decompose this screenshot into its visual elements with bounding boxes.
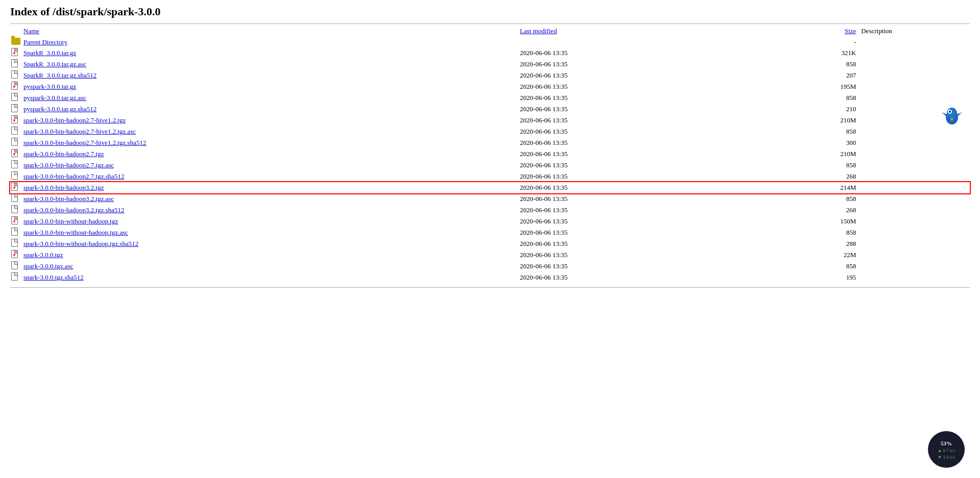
file-name-cell[interactable]: spark-3.0.0-bin-hadoop2.7-hive1.2.tgz.as… bbox=[22, 126, 519, 137]
file-link[interactable]: spark-3.0.0-bin-hadoop2.7.tgz.sha512 bbox=[23, 172, 125, 180]
table-row: spark-3.0.0-bin-hadoop3.2.tgz.asc2020-06… bbox=[10, 193, 970, 205]
network-display: ▲ 0.7 k/s ▼ 3.8 k/s bbox=[937, 447, 955, 460]
text-file-icon bbox=[11, 160, 18, 168]
file-name-cell[interactable]: spark-3.0.0-bin-without-hadoop.tgz bbox=[22, 216, 519, 227]
parent-dir-row: Parent Directory - bbox=[10, 37, 970, 47]
file-link[interactable]: spark-3.0.0-bin-hadoop2.7-hive1.2.tgz bbox=[23, 116, 126, 124]
file-link[interactable]: pyspark-3.0.0.tar.gz.asc bbox=[23, 94, 86, 102]
text-file-icon bbox=[11, 171, 18, 180]
file-size-cell: 858 bbox=[767, 92, 860, 104]
file-name-cell[interactable]: spark-3.0.0-bin-hadoop2.7-hive1.2.tgz bbox=[22, 115, 519, 126]
cpu-percent: 53 bbox=[941, 440, 946, 446]
file-link[interactable]: spark-3.0.0-bin-hadoop3.2.tgz.sha512 bbox=[23, 206, 125, 214]
parent-dir-link[interactable]: Parent Directory bbox=[23, 38, 67, 46]
sort-size-link[interactable]: Size bbox=[845, 27, 856, 35]
file-size-cell: 195 bbox=[767, 272, 860, 283]
parent-dir-desc-cell bbox=[860, 37, 970, 47]
sort-name-link[interactable]: Name bbox=[23, 27, 39, 35]
file-icon-cell bbox=[10, 261, 22, 272]
file-link[interactable]: pyspark-3.0.0.tar.gz.sha512 bbox=[23, 105, 96, 113]
file-desc-cell bbox=[860, 227, 970, 238]
file-name-cell[interactable]: spark-3.0.0-bin-without-hadoop.tgz.sha51… bbox=[22, 238, 519, 249]
description-label: Description bbox=[861, 27, 892, 35]
file-name-cell[interactable]: pyspark-3.0.0.tar.gz.asc bbox=[22, 92, 519, 104]
file-icon-cell bbox=[10, 193, 22, 205]
file-size-cell: 207 bbox=[767, 70, 860, 81]
col-size-header[interactable]: Size bbox=[767, 26, 860, 37]
file-size-cell: 214M bbox=[767, 182, 860, 193]
file-desc-cell bbox=[860, 160, 970, 171]
file-link[interactable]: spark-3.0.0-bin-hadoop2.7.tgz.asc bbox=[23, 161, 114, 169]
folder-icon bbox=[11, 38, 20, 45]
file-size-cell: 210M bbox=[767, 148, 860, 160]
file-name-cell[interactable]: SparkR_3.0.0.tar.gz.sha512 bbox=[22, 70, 519, 81]
file-link[interactable]: SparkR_3.0.0.tar.gz.asc bbox=[23, 60, 86, 68]
file-name-cell[interactable]: spark-3.0.0-bin-hadoop2.7.tgz.sha512 bbox=[22, 171, 519, 182]
file-modified-cell: 2020-06-06 13:35 bbox=[519, 238, 767, 249]
file-name-cell[interactable]: pyspark-3.0.0.tar.gz.sha512 bbox=[22, 104, 519, 115]
file-size-cell: 858 bbox=[767, 126, 860, 137]
file-link[interactable]: spark-3.0.0.tgz bbox=[23, 251, 63, 259]
file-name-cell[interactable]: spark-3.0.0-bin-hadoop2.7.tgz bbox=[22, 148, 519, 160]
hr-top bbox=[10, 23, 970, 24]
file-desc-cell bbox=[860, 272, 970, 283]
file-link[interactable]: spark-3.0.0-bin-without-hadoop.tgz bbox=[23, 217, 118, 225]
file-name-cell[interactable]: spark-3.0.0-bin-without-hadoop.tgz.asc bbox=[22, 227, 519, 238]
file-name-cell[interactable]: spark-3.0.0-bin-hadoop2.7.tgz.asc bbox=[22, 160, 519, 171]
file-link[interactable]: spark-3.0.0-bin-without-hadoop.tgz.sha51… bbox=[23, 240, 138, 247]
file-name-cell[interactable]: SparkR_3.0.0.tar.gz bbox=[22, 47, 519, 59]
file-link[interactable]: spark-3.0.0-bin-hadoop3.2.tgz bbox=[23, 184, 104, 191]
parent-dir-name-cell[interactable]: Parent Directory bbox=[22, 37, 519, 47]
file-desc-cell bbox=[860, 47, 970, 59]
file-desc-cell bbox=[860, 171, 970, 182]
table-row: spark-3.0.0-bin-hadoop2.7-hive1.2.tgz.sh… bbox=[10, 137, 970, 148]
file-icon-cell bbox=[10, 182, 22, 193]
file-size-cell: 268 bbox=[767, 205, 860, 216]
file-icon-cell bbox=[10, 238, 22, 249]
file-name-cell[interactable]: spark-3.0.0.tgz.asc bbox=[22, 261, 519, 272]
file-size-cell: 210 bbox=[767, 104, 860, 115]
file-name-cell[interactable]: spark-3.0.0.tgz bbox=[22, 249, 519, 261]
file-link[interactable]: SparkR_3.0.0.tar.gz.sha512 bbox=[23, 71, 96, 79]
file-link[interactable]: pyspark-3.0.0.tar.gz bbox=[23, 83, 76, 90]
table-row: SparkR_3.0.0.tar.gz.sha5122020-06-06 13:… bbox=[10, 70, 970, 81]
file-name-cell[interactable]: spark-3.0.0.tgz.sha512 bbox=[22, 272, 519, 283]
parent-dir-modified-cell bbox=[519, 37, 767, 47]
file-link[interactable]: spark-3.0.0-bin-hadoop2.7.tgz bbox=[23, 150, 104, 158]
sort-modified-link[interactable]: Last modified bbox=[520, 27, 557, 35]
file-modified-cell: 2020-06-06 13:35 bbox=[519, 227, 767, 238]
svg-point-3 bbox=[949, 111, 951, 113]
file-desc-cell bbox=[860, 238, 970, 249]
file-link[interactable]: spark-3.0.0-bin-hadoop2.7-hive1.2.tgz.sh… bbox=[23, 139, 146, 146]
file-link[interactable]: SparkR_3.0.0.tar.gz bbox=[23, 49, 76, 57]
file-size-cell: 288 bbox=[767, 238, 860, 249]
text-file-icon bbox=[11, 239, 18, 247]
file-size-cell: 268 bbox=[767, 171, 860, 182]
file-link[interactable]: spark-3.0.0-bin-hadoop2.7-hive1.2.tgz.as… bbox=[23, 128, 136, 135]
file-link[interactable]: spark-3.0.0-bin-hadoop3.2.tgz.asc bbox=[23, 195, 114, 203]
text-file-icon bbox=[11, 272, 18, 281]
file-desc-cell bbox=[860, 59, 970, 70]
file-icon-cell bbox=[10, 104, 22, 115]
file-link[interactable]: spark-3.0.0.tgz.sha512 bbox=[23, 273, 84, 281]
col-modified-header[interactable]: Last modified bbox=[519, 26, 767, 37]
file-modified-cell: 2020-06-06 13:35 bbox=[519, 182, 767, 193]
page-title: Index of /dist/spark/spark-3.0.0 bbox=[10, 5, 970, 18]
file-name-cell[interactable]: spark-3.0.0-bin-hadoop3.2.tgz.asc bbox=[22, 193, 519, 205]
text-file-icon bbox=[11, 59, 18, 67]
col-name-header[interactable]: Name bbox=[22, 26, 519, 37]
file-link[interactable]: spark-3.0.0-bin-without-hadoop.tgz.asc bbox=[23, 229, 128, 236]
file-name-cell[interactable]: SparkR_3.0.0.tar.gz.asc bbox=[22, 59, 519, 70]
file-modified-cell: 2020-06-06 13:35 bbox=[519, 160, 767, 171]
text-file-icon bbox=[11, 70, 18, 79]
file-name-cell[interactable]: pyspark-3.0.0.tar.gz bbox=[22, 81, 519, 92]
table-row: spark-3.0.0-bin-hadoop3.2.tgz2020-06-06 … bbox=[10, 182, 970, 193]
file-link[interactable]: spark-3.0.0.tgz.asc bbox=[23, 262, 73, 270]
file-name-cell[interactable]: spark-3.0.0-bin-hadoop3.2.tgz.sha512 bbox=[22, 205, 519, 216]
file-icon-cell bbox=[10, 272, 22, 283]
compressed-file-icon bbox=[11, 216, 18, 224]
file-name-cell[interactable]: spark-3.0.0-bin-hadoop3.2.tgz bbox=[22, 182, 519, 193]
file-name-cell[interactable]: spark-3.0.0-bin-hadoop2.7-hive1.2.tgz.sh… bbox=[22, 137, 519, 148]
compressed-file-icon bbox=[11, 149, 18, 157]
file-icon-cell bbox=[10, 92, 22, 104]
